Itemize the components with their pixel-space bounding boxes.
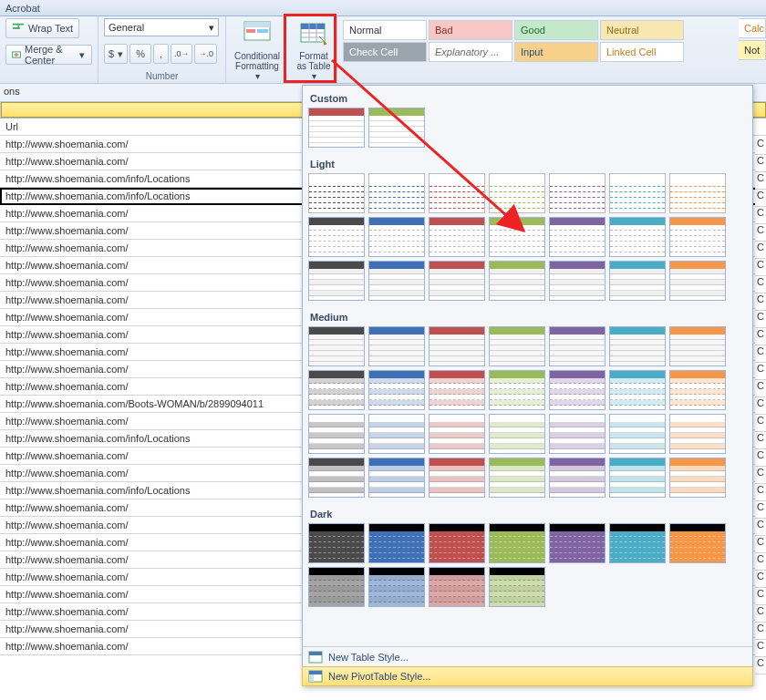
table-style-swatch[interactable] [549, 458, 606, 498]
table-style-swatch[interactable] [368, 261, 425, 301]
table-style-swatch[interactable] [549, 370, 606, 410]
peek-cell: C [755, 242, 766, 259]
table-style-swatch[interactable] [489, 567, 545, 607]
table-style-swatch[interactable] [308, 458, 365, 498]
table-style-swatch[interactable] [609, 414, 666, 454]
table-style-swatch[interactable] [609, 458, 666, 498]
table-style-swatch[interactable] [429, 567, 485, 607]
merge-center-button[interactable]: Merge & Center ▾ [5, 45, 92, 65]
table-style-swatch[interactable] [308, 567, 365, 607]
style-neutral[interactable]: Neutral [600, 20, 684, 40]
table-style-swatch[interactable] [308, 326, 365, 366]
decrease-decimal-button[interactable]: →.0 [194, 44, 217, 64]
table-style-swatch[interactable] [308, 108, 365, 148]
peek-cell: C [755, 172, 766, 190]
peek-cell: C [755, 605, 766, 623]
table-style-swatch[interactable] [489, 523, 545, 563]
gallery-footer: New Table Style... New PivotTable Style.… [303, 646, 752, 685]
format-as-table-icon [299, 20, 328, 49]
peek-cell: C [755, 640, 766, 657]
table-style-swatch[interactable] [549, 261, 606, 301]
chevron-down-icon: ▾ [209, 22, 214, 34]
table-style-swatch[interactable] [669, 173, 726, 213]
table-style-swatch[interactable] [549, 523, 606, 563]
table-style-swatch[interactable] [489, 370, 545, 410]
comma-button[interactable]: , [153, 44, 169, 64]
table-style-swatch[interactable] [669, 523, 726, 563]
table-style-swatch[interactable] [609, 173, 666, 213]
table-style-swatch[interactable] [489, 326, 545, 366]
table-style-swatch[interactable] [368, 458, 425, 498]
style-note[interactable]: Not [739, 40, 766, 60]
table-style-swatch[interactable] [308, 173, 365, 213]
table-style-swatch[interactable] [368, 326, 425, 366]
table-style-swatch[interactable] [429, 261, 485, 301]
table-style-swatch[interactable] [549, 173, 606, 213]
percent-button[interactable]: % [129, 44, 151, 64]
table-style-swatch[interactable] [489, 217, 545, 257]
peek-cell: C [755, 276, 766, 293]
table-style-swatch[interactable] [429, 173, 485, 213]
format-as-table-button[interactable]: Format as Table ▾ [288, 18, 339, 81]
table-style-swatch[interactable] [308, 523, 365, 563]
table-style-swatch[interactable] [489, 458, 545, 498]
table-style-swatch[interactable] [429, 523, 485, 563]
table-style-swatch[interactable] [669, 414, 726, 454]
table-style-swatch[interactable] [308, 217, 365, 257]
table-style-gallery: CustomLightMediumDark New Table Style...… [302, 85, 753, 686]
table-style-swatch[interactable] [609, 261, 666, 301]
peek-cell: C [755, 380, 766, 397]
table-style-swatch[interactable] [489, 261, 545, 301]
table-style-swatch[interactable] [609, 326, 666, 366]
pivot-table-icon [308, 670, 323, 683]
gallery-scroll[interactable]: CustomLightMediumDark [303, 86, 752, 646]
table-style-swatch[interactable] [669, 217, 726, 257]
gallery-grid [308, 171, 736, 308]
style-calculation[interactable]: Calc [739, 18, 766, 38]
table-style-swatch[interactable] [489, 173, 545, 213]
style-normal[interactable]: Normal [343, 20, 427, 40]
table-style-swatch[interactable] [429, 414, 485, 454]
table-style-swatch[interactable] [368, 567, 425, 607]
table-style-swatch[interactable] [429, 370, 485, 410]
svg-rect-5 [246, 29, 255, 33]
table-style-swatch[interactable] [368, 523, 425, 563]
table-style-swatch[interactable] [609, 217, 666, 257]
style-explanatory[interactable]: Explanatory ... [429, 42, 512, 62]
svg-rect-6 [257, 29, 268, 33]
table-style-swatch[interactable] [368, 173, 425, 213]
table-style-swatch[interactable] [669, 458, 726, 498]
table-style-swatch[interactable] [308, 414, 365, 454]
increase-decimal-button[interactable]: .0→ [171, 44, 193, 64]
table-style-swatch[interactable] [549, 217, 606, 257]
table-style-swatch[interactable] [549, 414, 606, 454]
new-pivottable-style-button[interactable]: New PivotTable Style... [302, 666, 753, 686]
table-style-swatch[interactable] [549, 326, 606, 366]
currency-button[interactable]: $▾ [104, 44, 128, 64]
gallery-section-label: Dark [308, 505, 736, 521]
table-style-swatch[interactable] [669, 326, 726, 366]
new-table-style-button[interactable]: New Table Style... [303, 647, 752, 667]
table-style-swatch[interactable] [308, 261, 365, 301]
table-style-swatch[interactable] [609, 370, 666, 410]
table-style-swatch[interactable] [368, 370, 425, 410]
table-style-swatch[interactable] [489, 414, 545, 454]
table-style-swatch[interactable] [609, 523, 666, 563]
number-format-select[interactable]: General ▾ [104, 18, 219, 36]
table-style-swatch[interactable] [669, 370, 726, 410]
wrap-text-button[interactable]: Wrap Text [5, 18, 79, 38]
table-style-swatch[interactable] [429, 458, 485, 498]
style-linked-cell[interactable]: Linked Cell [600, 42, 684, 62]
table-style-swatch[interactable] [429, 217, 485, 257]
conditional-formatting-button[interactable]: Conditional Formatting ▾ [232, 18, 283, 81]
table-style-swatch[interactable] [368, 414, 425, 454]
table-style-swatch[interactable] [669, 261, 726, 301]
table-style-swatch[interactable] [368, 108, 425, 148]
style-good[interactable]: Good [514, 20, 598, 40]
table-style-swatch[interactable] [368, 217, 425, 257]
table-style-swatch[interactable] [308, 370, 365, 410]
style-input[interactable]: Input [514, 42, 598, 62]
style-check-cell[interactable]: Check Cell [343, 42, 427, 62]
style-bad[interactable]: Bad [429, 20, 512, 40]
table-style-swatch[interactable] [429, 326, 485, 366]
